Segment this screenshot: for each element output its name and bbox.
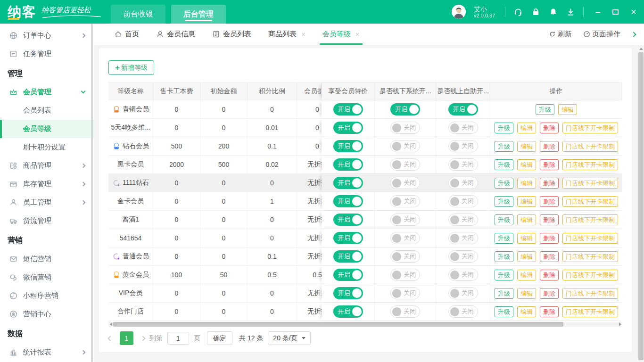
lock-icon[interactable] — [531, 7, 540, 16]
toggle-online-off[interactable]: 关闭 — [448, 305, 478, 318]
edit-button[interactable]: 编辑 — [517, 306, 536, 317]
upgrade-button[interactable]: 升级 — [495, 141, 513, 152]
toggle-online-off[interactable]: 关闭 — [448, 140, 478, 152]
close-tab-icon[interactable]: × — [355, 30, 360, 38]
edit-button[interactable]: 编辑 — [517, 178, 536, 189]
page-operations-button[interactable]: 页面操作 — [583, 30, 620, 39]
chevron-right-icon[interactable] — [631, 32, 636, 37]
toggle-online-off[interactable]: 关闭 — [448, 214, 478, 226]
toggle-online-off[interactable]: 关闭 — [448, 250, 478, 263]
limit-button[interactable]: 门店线下开卡限制 — [562, 123, 618, 133]
sidebar-item[interactable]: 商品管理 — [0, 156, 94, 175]
sidebar-item[interactable]: 营销中心 — [0, 305, 94, 323]
edit-button[interactable]: 编辑 — [517, 123, 536, 133]
vertical-scrollbar[interactable] — [638, 46, 644, 362]
toggle-online-off[interactable]: 关闭 — [448, 122, 478, 134]
maximize-button[interactable] — [612, 9, 619, 15]
toggle-online-off[interactable]: 关闭 — [448, 269, 478, 281]
toggle-online-off[interactable]: 关闭 — [448, 232, 478, 244]
edit-button[interactable]: 编辑 — [517, 270, 536, 280]
toggle-online-off[interactable]: 关闭 — [448, 158, 478, 171]
toggle-offline-off[interactable]: 关闭 — [390, 158, 420, 171]
upgrade-button[interactable]: 升级 — [495, 288, 513, 299]
upgrade-button[interactable]: 升级 — [495, 159, 513, 170]
edit-button[interactable]: 编辑 — [558, 104, 577, 115]
sidebar-subitem[interactable]: 刷卡积分设置 — [0, 138, 94, 156]
limit-button[interactable]: 门店线下开卡限制 — [562, 141, 618, 152]
confirm-page-button[interactable]: 确定 — [207, 331, 232, 345]
horizontal-scrollbar[interactable] — [108, 322, 622, 327]
delete-button[interactable]: 删除 — [540, 306, 559, 317]
sidebar-subitem[interactable]: 会员等级 — [0, 120, 94, 138]
sidebar-scrollbar[interactable] — [91, 24, 93, 362]
toggle-special-on[interactable]: 开启 — [333, 287, 363, 299]
limit-button[interactable]: 门店线下开卡限制 — [562, 178, 618, 189]
limit-button[interactable]: 门店线下开卡限制 — [562, 251, 618, 262]
delete-button[interactable]: 删除 — [540, 178, 559, 189]
toggle-offline-off[interactable]: 关闭 — [390, 177, 420, 189]
scroll-up-arrow[interactable] — [638, 46, 644, 52]
upgrade-button[interactable]: 升级 — [495, 306, 513, 317]
toggle-special-on[interactable]: 开启 — [333, 195, 363, 207]
delete-button[interactable]: 删除 — [540, 141, 559, 152]
page-tab[interactable]: 会员信息 — [156, 24, 195, 45]
goto-page-input[interactable] — [167, 332, 189, 345]
bell-icon[interactable] — [548, 7, 558, 16]
sidebar-subitem[interactable]: 会员列表 — [0, 101, 94, 120]
toggle-online-off[interactable]: 关闭 — [448, 195, 478, 207]
sidebar-item[interactable]: 任务管理 — [0, 45, 94, 63]
add-level-button[interactable]: + 新增等级 — [108, 60, 154, 75]
edit-button[interactable]: 编辑 — [517, 214, 536, 225]
delete-button[interactable]: 删除 — [540, 270, 559, 280]
toggle-special-on[interactable]: 开启 — [333, 269, 363, 281]
prev-page-button[interactable] — [107, 336, 113, 341]
sidebar-item[interactable]: 库存管理 — [0, 175, 94, 193]
sidebar-item[interactable]: 订单中心 — [0, 26, 94, 45]
toggle-offline-off[interactable]: 关闭 — [390, 287, 420, 299]
toggle-offline-off[interactable]: 关闭 — [390, 250, 420, 263]
delete-button[interactable]: 删除 — [540, 159, 559, 170]
horizontal-scrollbar-thumb[interactable] — [113, 322, 563, 327]
upgrade-button[interactable]: 升级 — [495, 196, 513, 207]
sidebar-item[interactable]: 货流管理 — [0, 212, 94, 230]
edit-button[interactable]: 编辑 — [517, 233, 536, 244]
toggle-special-on[interactable]: 开启 — [333, 250, 363, 263]
sidebar-item[interactable]: 微信营销 — [0, 268, 94, 287]
page-size-select[interactable]: 20 条/页 — [268, 331, 310, 345]
current-page-button[interactable]: 1 — [120, 331, 133, 345]
page-tab[interactable]: 商品列表× — [268, 24, 305, 45]
support-icon[interactable] — [513, 7, 523, 16]
sidebar-item[interactable]: 短信营销 — [0, 250, 94, 268]
delete-button[interactable]: 删除 — [540, 251, 559, 262]
delete-button[interactable]: 删除 — [540, 214, 559, 225]
toggle-offline-on[interactable]: 开启 — [390, 103, 420, 115]
delete-button[interactable]: 删除 — [540, 233, 559, 244]
edit-button[interactable]: 编辑 — [517, 159, 536, 170]
next-page-button[interactable] — [140, 336, 145, 341]
toggle-special-on[interactable]: 开启 — [333, 158, 363, 171]
header-tab-admin[interactable]: 后台管理 — [171, 5, 226, 24]
close-button[interactable]: × — [631, 7, 636, 16]
edit-button[interactable]: 编辑 — [517, 141, 536, 152]
page-tab[interactable]: 会员列表 — [212, 24, 251, 45]
toggle-offline-off[interactable]: 关闭 — [390, 305, 420, 318]
limit-button[interactable]: 门店线下开卡限制 — [562, 233, 618, 244]
toggle-offline-off[interactable]: 关闭 — [390, 232, 420, 244]
limit-button[interactable]: 门店线下开卡限制 — [562, 214, 618, 225]
toggle-special-on[interactable]: 开启 — [333, 177, 363, 189]
upgrade-button[interactable]: 升级 — [495, 270, 513, 280]
edit-button[interactable]: 编辑 — [517, 251, 536, 262]
limit-button[interactable]: 门店线下开卡限制 — [562, 270, 618, 280]
upgrade-button[interactable]: 升级 — [495, 123, 513, 133]
page-tab[interactable]: 会员等级× — [322, 24, 360, 45]
limit-button[interactable]: 门店线下开卡限制 — [562, 159, 618, 170]
limit-button[interactable]: 门店线下开卡限制 — [562, 288, 618, 299]
minimize-button[interactable]: – — [595, 8, 600, 16]
sidebar-item[interactable]: 小程序营销 — [0, 287, 94, 305]
toggle-special-on[interactable]: 开启 — [333, 232, 363, 244]
toggle-online-on[interactable]: 开启 — [448, 103, 478, 115]
upgrade-button[interactable]: 升级 — [495, 251, 513, 262]
sidebar-item[interactable]: 统计报表 — [0, 343, 94, 362]
toggle-offline-off[interactable]: 关闭 — [390, 269, 420, 281]
scroll-left-arrow[interactable] — [108, 322, 113, 327]
